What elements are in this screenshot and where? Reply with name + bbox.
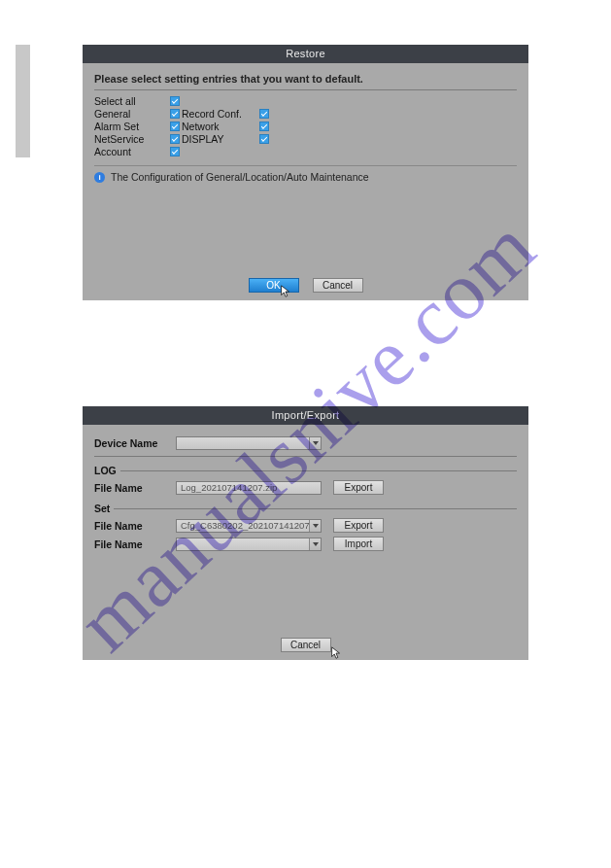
restore-info-text: The Configuration of General/Location/Au… [111, 171, 369, 183]
checkbox-select-all[interactable] [170, 96, 180, 106]
ie-title: Import/Export [83, 406, 528, 425]
check-label: DISPLAY [182, 133, 259, 145]
ie-button-row: Cancel [83, 638, 528, 652]
restore-panel: Restore Please select setting entries th… [83, 45, 528, 300]
checkbox-netservice[interactable] [170, 134, 180, 144]
check-label: Record Conf. [182, 108, 259, 120]
import-file-label: File Name [94, 538, 170, 550]
device-name-label: Device Name [94, 437, 170, 449]
restore-title: Restore [83, 45, 528, 63]
export-set-button[interactable]: Export [333, 518, 384, 533]
restore-instruction: Please select setting entries that you w… [94, 71, 517, 90]
log-section-legend: LOG [94, 465, 517, 476]
restore-button-row: OK Cancel [83, 278, 528, 293]
log-file-label: File Name [94, 482, 170, 494]
log-file-value: Log_202107141207.zip [181, 482, 277, 493]
set-file-select[interactable]: Cfg_C6380202_202107141207. [176, 519, 322, 533]
side-strip [16, 45, 30, 157]
check-label: Select all [94, 95, 170, 107]
check-label: General [94, 108, 170, 120]
checkbox-network[interactable] [259, 122, 269, 131]
restore-check-grid: Select all General Record Conf. Alarm Se… [94, 93, 517, 159]
checkbox-general[interactable] [170, 109, 180, 119]
checkbox-account[interactable] [170, 147, 180, 156]
chevron-down-icon [309, 520, 321, 532]
chevron-down-icon [309, 437, 321, 449]
log-file-field[interactable]: Log_202107141207.zip [176, 481, 322, 495]
checkbox-display[interactable] [259, 134, 269, 144]
info-icon: i [94, 172, 105, 183]
ok-button[interactable]: OK [249, 278, 299, 293]
ie-cancel-button[interactable]: Cancel [281, 638, 331, 652]
import-file-select[interactable] [176, 538, 322, 551]
import-export-panel: Import/Export Device Name LOG File Name … [83, 406, 528, 660]
device-name-select[interactable] [176, 436, 322, 450]
check-label: Account [94, 146, 170, 157]
restore-info-row: i The Configuration of General/Location/… [94, 165, 517, 187]
export-log-button[interactable]: Export [333, 480, 384, 495]
checkbox-alarm-set[interactable] [170, 122, 180, 131]
check-label: Alarm Set [94, 121, 170, 132]
set-section-legend: Set [94, 503, 517, 514]
checkbox-record-conf[interactable] [259, 109, 269, 119]
set-file-value: Cfg_C6380202_202107141207. [181, 520, 312, 531]
check-label: Network [182, 121, 259, 132]
import-button[interactable]: Import [333, 537, 384, 551]
set-file-label: File Name [94, 520, 170, 532]
cancel-button[interactable]: Cancel [313, 278, 363, 293]
chevron-down-icon [309, 538, 321, 550]
check-label: NetService [94, 133, 170, 145]
